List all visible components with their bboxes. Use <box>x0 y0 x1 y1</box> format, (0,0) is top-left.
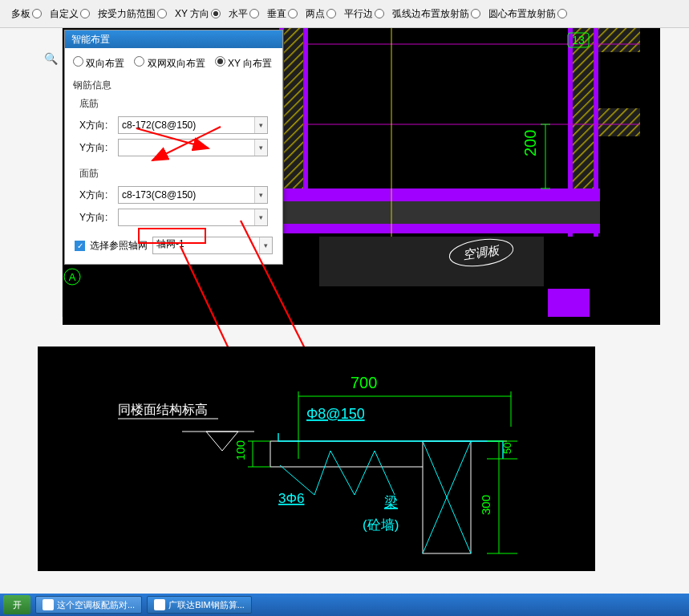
radio-icon <box>32 9 42 18</box>
ribbon-item[interactable]: 多板 <box>8 7 45 21</box>
dim-300: 300 <box>479 495 492 515</box>
ribbon-item[interactable]: 圆心布置放射筋 <box>485 7 570 21</box>
radio-double-mesh[interactable]: 双网双向布置 <box>134 56 205 71</box>
bottom-rebar-label: 底筋 <box>65 94 282 114</box>
svg-rect-6 <box>596 28 640 52</box>
radio-icon <box>288 9 298 18</box>
top-rebar-label: 面筋 <box>65 164 282 184</box>
layout-mode-radios: 双向布置 双网双向布置 XY 向布置 <box>65 48 282 75</box>
dim-100: 100 <box>233 440 247 460</box>
smart-layout-dialog: 智能布置 双向布置 双网双向布置 XY 向布置 钢筋信息 底筋 X方向: ▾ Y… <box>64 30 283 265</box>
svg-rect-12 <box>283 201 600 224</box>
svg-rect-10 <box>283 188 600 201</box>
bottom-y-input[interactable]: ▾ <box>118 139 268 156</box>
dialog-title: 智能布置 <box>65 30 282 48</box>
section-diagram: 700 同楼面结构标高 Φ8@150 3Φ6 梁 (砼墙) 100 50 300 <box>38 346 595 571</box>
taskbar-item[interactable]: 这个空调板配筋对... <box>35 596 142 614</box>
bottom-y-field: Y方向: ▾ <box>65 136 282 159</box>
field-label: X方向: <box>79 188 113 202</box>
ribbon-item[interactable]: 自定义 <box>47 7 93 21</box>
top-y-field: Y方向: ▾ <box>65 206 282 229</box>
rebar-info-title: 钢筋信息 <box>65 75 282 94</box>
radio-icon <box>73 56 83 67</box>
ref-grid-select[interactable]: 轴网-1▾ <box>152 237 273 254</box>
search-icon[interactable]: 🔍 <box>44 52 57 65</box>
rebar-btm: 3Φ6 <box>278 491 304 506</box>
radio-icon <box>134 56 144 67</box>
radio-icon <box>375 9 384 18</box>
taskbar: 开 这个空调板配筋对... 广联达BIM钢筋算... <box>0 594 689 616</box>
ribbon-item[interactable]: 平行边 <box>341 7 387 21</box>
wall-label: (砼墙) <box>363 517 399 533</box>
top-y-input[interactable]: ▾ <box>118 209 268 226</box>
ribbon-item[interactable]: 弧线边布置放射筋 <box>389 7 484 21</box>
ribbon-item[interactable]: 垂直 <box>264 7 301 21</box>
ref-grid-label: 选择参照轴网 <box>90 239 148 253</box>
ref-grid-checkbox[interactable]: ✓ <box>75 241 85 251</box>
top-ribbon: 多板 自定义 按受力筋范围 XY 方向 水平 垂直 两点 平行边 弧线边布置放射… <box>0 0 689 28</box>
radio-xy[interactable]: XY 向布置 <box>215 56 272 71</box>
svg-rect-23 <box>548 289 590 317</box>
field-label: Y方向: <box>79 211 113 225</box>
field-label: Y方向: <box>79 141 113 155</box>
chevron-down-icon[interactable]: ▾ <box>259 237 272 253</box>
top-x-field: X方向: ▾ <box>65 184 282 206</box>
radio-icon <box>249 9 259 18</box>
top-x-input[interactable]: ▾ <box>118 186 268 204</box>
bottom-x-field: X方向: ▾ <box>65 114 282 136</box>
chevron-down-icon[interactable]: ▾ <box>254 209 267 225</box>
dim-700: 700 <box>351 374 377 391</box>
grid-badge: 13 <box>572 34 585 47</box>
dimension-text: 200 <box>521 130 539 156</box>
chevron-down-icon[interactable]: ▾ <box>254 187 267 203</box>
svg-rect-4 <box>303 28 308 205</box>
radio-icon <box>211 9 221 18</box>
grid-letter: A <box>69 271 76 283</box>
field-label: X方向: <box>79 119 113 132</box>
dialog-footer: ✓ 选择参照轴网 轴网-1▾ <box>65 229 282 264</box>
chevron-down-icon[interactable]: ▾ <box>254 117 267 133</box>
start-button[interactable]: 开 <box>3 595 30 614</box>
radio-icon <box>557 9 567 18</box>
app-icon <box>154 599 165 610</box>
radio-icon <box>471 9 480 18</box>
rebar-top: Φ8@150 <box>306 406 365 422</box>
ribbon-item[interactable]: 按受力筋范围 <box>95 7 170 21</box>
radio-two-way[interactable]: 双向布置 <box>73 56 124 71</box>
taskbar-item[interactable]: 广联达BIM钢筋算... <box>147 596 252 614</box>
dim-50: 50 <box>501 443 513 454</box>
ribbon-item[interactable]: 两点 <box>302 7 339 21</box>
app-icon <box>43 599 54 610</box>
left-tool-rail: 🔍 <box>39 28 63 317</box>
ribbon-item[interactable]: 水平 <box>225 7 262 21</box>
ribbon-item[interactable]: XY 方向 <box>172 7 224 21</box>
beam-label: 梁 <box>384 495 398 510</box>
svg-rect-11 <box>283 224 600 233</box>
svg-rect-7 <box>596 108 640 136</box>
note-left: 同楼面结构标高 <box>118 403 208 416</box>
radio-icon <box>326 9 336 18</box>
radio-icon <box>80 9 90 18</box>
chevron-down-icon[interactable]: ▾ <box>254 140 267 156</box>
radio-icon <box>157 9 167 18</box>
radio-icon <box>215 56 225 67</box>
bottom-x-input[interactable]: ▾ <box>118 116 268 134</box>
